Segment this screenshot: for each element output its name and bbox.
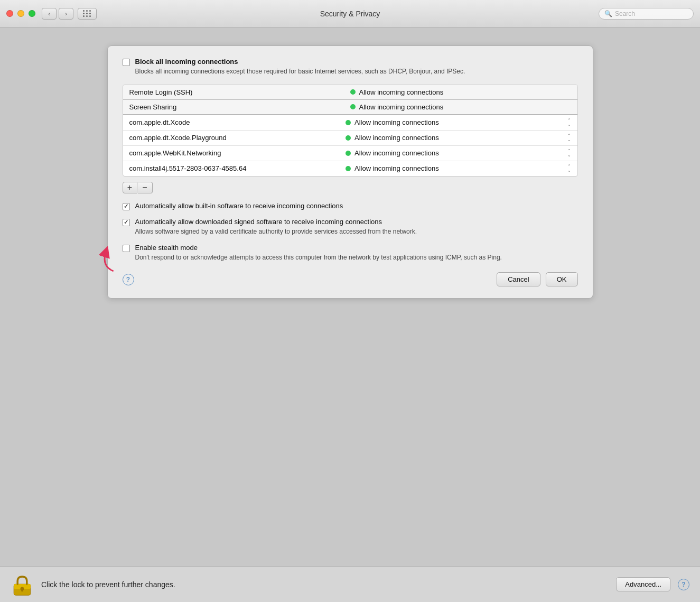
auto-downloaded-text: Automatically allow downloaded signed so… — [135, 218, 417, 236]
table-row: com.apple.dt.Xcode.Playground Allow inco… — [123, 131, 577, 146]
maximize-button[interactable] — [29, 10, 35, 17]
search-icon: 🔍 — [604, 10, 612, 17]
remove-app-button[interactable]: − — [138, 182, 153, 193]
status-label: Allow incoming connections — [354, 118, 439, 126]
auto-builtin-label: Automatically allow built-in software to… — [135, 202, 343, 210]
status-label: Allow incoming connections — [354, 134, 439, 142]
cancel-button[interactable]: Cancel — [497, 272, 540, 286]
table-row: com.install4j.5517-2803-0637-4585.64 All… — [123, 161, 577, 176]
window-title: Security & Privacy — [320, 10, 380, 18]
table-row: Remote Login (SSH) Allow incoming connec… — [123, 85, 577, 100]
service-status: Allow incoming connections — [346, 118, 562, 126]
close-button[interactable] — [6, 10, 13, 17]
service-status: Allow incoming connections — [346, 164, 562, 172]
status-stepper[interactable]: ⌃ ⌄ — [567, 134, 571, 142]
block-all-description: Blocks all incoming connections except t… — [135, 67, 578, 76]
block-all-checkbox[interactable] — [123, 59, 130, 66]
stealth-label: Enable stealth mode — [135, 244, 502, 252]
service-status: Allow incoming connections — [350, 103, 571, 111]
block-all-text: Block all incoming connections Blocks al… — [135, 58, 578, 76]
forward-button[interactable]: › — [59, 8, 73, 20]
block-all-row: Block all incoming connections Blocks al… — [123, 58, 578, 76]
back-button[interactable]: ‹ — [42, 8, 57, 20]
titlebar: ‹ › Security & Privacy 🔍 — [0, 0, 700, 27]
auto-builtin-checkbox[interactable] — [123, 203, 130, 210]
lock-icon[interactable] — [11, 573, 34, 596]
table-row: com.apple.WebKit.Networking Allow incomi… — [123, 146, 577, 161]
footer-bar: Click the lock to prevent further change… — [0, 566, 700, 602]
footer-text: Click the lock to prevent further change… — [41, 580, 609, 589]
svg-rect-3 — [21, 588, 23, 591]
status-dot — [350, 104, 356, 109]
status-stepper[interactable]: ⌃ ⌄ — [567, 164, 571, 173]
service-status: Allow incoming connections — [346, 134, 562, 142]
stealth-text: Enable stealth mode Don't respond to or … — [135, 244, 502, 262]
search-input[interactable] — [615, 10, 684, 17]
service-name: Remote Login (SSH) — [129, 88, 350, 96]
auto-downloaded-desc: Allows software signed by a valid certif… — [135, 227, 417, 236]
top-spacer — [0, 27, 700, 35]
auto-downloaded-label: Automatically allow downloaded signed so… — [135, 218, 417, 226]
status-dot — [346, 166, 351, 171]
stealth-checkbox[interactable] — [123, 245, 130, 252]
nav-buttons: ‹ › — [42, 8, 73, 20]
service-name: com.apple.WebKit.Networking — [129, 149, 346, 157]
stealth-desc: Don't respond to or acknowledge attempts… — [135, 253, 502, 262]
ok-button[interactable]: OK — [546, 272, 578, 286]
status-dot — [346, 151, 351, 156]
table-row: Screen Sharing Allow incoming connection… — [123, 100, 577, 115]
service-name: com.install4j.5517-2803-0637-4585.64 — [129, 164, 346, 172]
table-row: com.apple.dt.Xcode Allow incoming connec… — [123, 115, 577, 131]
status-label: Allow incoming connections — [354, 149, 439, 157]
search-box[interactable]: 🔍 — [599, 8, 694, 20]
auto-downloaded-row: Automatically allow downloaded signed so… — [123, 218, 578, 236]
minimize-button[interactable] — [17, 10, 24, 17]
auto-downloaded-checkbox[interactable] — [123, 219, 130, 226]
advanced-button[interactable]: Advanced... — [616, 577, 670, 591]
footer-help-button[interactable]: ? — [678, 579, 689, 590]
help-button[interactable]: ? — [123, 274, 134, 285]
services-table: Remote Login (SSH) Allow incoming connec… — [123, 85, 578, 177]
add-remove-row: + − — [123, 182, 578, 193]
add-app-button[interactable]: + — [123, 182, 137, 193]
service-name: com.apple.dt.Xcode — [129, 118, 346, 126]
traffic-lights — [6, 10, 35, 17]
grid-dots-icon — [83, 10, 91, 17]
status-label: Allow incoming connections — [359, 103, 444, 111]
firewall-panel: Block all incoming connections Blocks al… — [107, 45, 593, 299]
bottom-buttons: ? Cancel OK — [123, 272, 578, 286]
status-stepper[interactable]: ⌃ ⌄ — [567, 149, 571, 158]
service-name: com.apple.dt.Xcode.Playground — [129, 134, 346, 142]
auto-builtin-text: Automatically allow built-in software to… — [135, 202, 343, 210]
service-name: Screen Sharing — [129, 103, 350, 111]
grid-view-button[interactable] — [78, 8, 97, 20]
status-stepper[interactable]: ⌃ ⌄ — [567, 118, 571, 127]
stealth-row: Enable stealth mode Don't respond to or … — [123, 244, 578, 262]
status-label: Allow incoming connections — [359, 88, 444, 96]
auto-builtin-row: Automatically allow built-in software to… — [123, 202, 578, 210]
block-all-title: Block all incoming connections — [135, 58, 578, 66]
service-status: Allow incoming connections — [350, 88, 571, 96]
status-label: Allow incoming connections — [354, 164, 439, 172]
status-dot — [346, 135, 351, 141]
status-dot — [350, 89, 356, 95]
status-dot — [346, 120, 351, 125]
annotation-arrow — [96, 246, 118, 274]
main-area: Block all incoming connections Blocks al… — [0, 35, 700, 566]
service-status: Allow incoming connections — [346, 149, 562, 157]
